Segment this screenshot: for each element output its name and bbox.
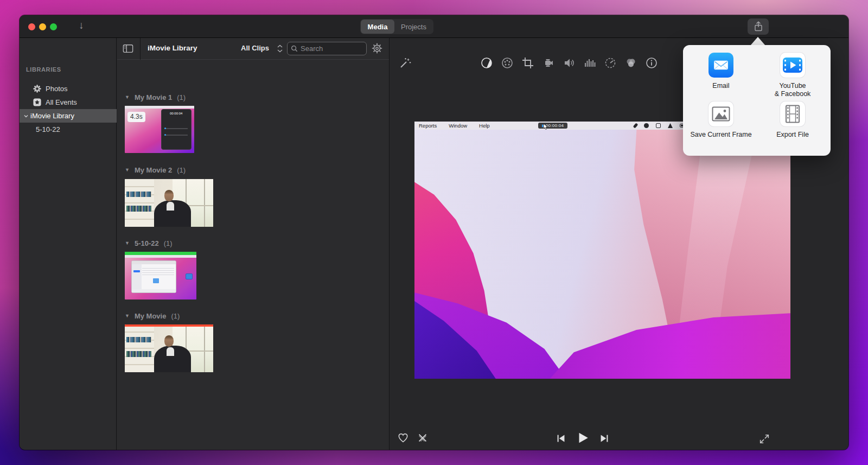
speed-icon[interactable] (604, 56, 617, 69)
noise-equalizer-icon[interactable] (583, 56, 596, 69)
volume-icon[interactable] (563, 56, 576, 69)
youtube-facebook-icon (780, 53, 805, 78)
header-divider (140, 38, 141, 60)
media-clip-list: ▼ My Movie 1 (1) 00:00:04 4.3s ▼ My Mov (117, 60, 389, 450)
fullscreen-icon[interactable] (758, 433, 770, 445)
libraries-sidebar: LIBRARIES Photos Al (20, 38, 117, 450)
clip-filter-icon[interactable] (624, 56, 637, 69)
section-header-5-10-22[interactable]: ▼ 5-10-22 (1) (125, 238, 173, 248)
section-count: (1) (177, 166, 186, 174)
clip-thumbnail-my-movie-1[interactable]: 00:00:04 4.3s (125, 106, 194, 153)
share-item-save-current-frame[interactable]: Save Current Frame (687, 101, 755, 150)
tab-projects[interactable]: Projects (394, 20, 433, 34)
bookshelf (125, 179, 154, 227)
recorded-menu-reports: Reports (419, 123, 437, 129)
clip-thumbnail-5-10-22[interactable] (125, 252, 196, 300)
share-item-email[interactable]: Email (687, 53, 755, 101)
clip-thumbnail-my-movie-2[interactable] (125, 179, 213, 227)
recorded-finder-window (131, 260, 176, 293)
used-clip-stripe (125, 324, 213, 327)
section-name: My Movie 1 (135, 93, 172, 101)
share-item-label: YouTube & Facebook (775, 82, 811, 98)
previous-frame-icon[interactable] (555, 432, 567, 444)
next-frame-icon[interactable] (598, 432, 610, 444)
section-name: My Movie (135, 312, 167, 320)
share-item-youtube-facebook[interactable]: YouTube & Facebook (759, 53, 826, 101)
share-item-export-file[interactable]: Export File (759, 101, 826, 150)
play-icon[interactable] (576, 431, 590, 445)
media-browser-title: iMovie Library (148, 44, 197, 52)
viewer-video-frame[interactable]: Reports Window Help 00:00:04 (414, 122, 790, 379)
stabilization-icon[interactable] (542, 56, 555, 69)
media-browser-header: iMovie Library All Clips (117, 38, 389, 60)
recorded-cursor-icon (543, 123, 548, 130)
photos-pinwheel-icon (33, 84, 42, 93)
share-button[interactable] (748, 18, 769, 35)
disclosure-triangle-icon: ▼ (125, 240, 130, 246)
sidebar-item-label: iMovie Library (30, 112, 74, 120)
color-balance-icon[interactable] (480, 56, 493, 69)
popover-arrow (750, 37, 765, 46)
media-projects-segmented-control: Media Projects (360, 19, 433, 34)
recorded-menu-window: Window (449, 123, 467, 129)
zoom-button[interactable] (50, 23, 57, 30)
section-header-my-movie[interactable]: ▼ My Movie (1) (125, 311, 180, 321)
sidebar-item-5-10-22[interactable]: 5-10-22 (20, 123, 117, 136)
section-count: (1) (164, 239, 173, 247)
media-browser-panel: iMovie Library All Clips (117, 38, 390, 450)
favorite-heart-icon[interactable] (397, 432, 409, 444)
enhance-wand-icon[interactable] (399, 56, 412, 69)
disclosure-triangle-icon: ▼ (125, 313, 130, 319)
sidebar-item-photos[interactable]: Photos (20, 82, 117, 95)
recorded-timer: 00:00:04 (162, 112, 191, 115)
recorded-device-icon (186, 273, 193, 279)
share-popover: Email YouTube & Facebook (683, 45, 831, 156)
recorded-menubar (125, 255, 196, 258)
search-field[interactable] (287, 42, 367, 55)
titlebar: ↓ Media Projects (20, 15, 848, 38)
sidebar-item-label: Photos (46, 85, 67, 93)
export-file-icon (780, 101, 805, 126)
section-header-my-movie-2[interactable]: ▼ My Movie 2 (1) (125, 165, 186, 175)
share-item-label: Save Current Frame (690, 131, 751, 139)
color-palette-icon[interactable] (501, 56, 514, 69)
sidebar-item-all-events[interactable]: All Events (20, 95, 117, 109)
updown-chevrons-icon[interactable] (276, 44, 284, 53)
sidebar-item-imovie-library[interactable]: iMovie Library (20, 109, 117, 123)
section-name: My Movie 2 (135, 166, 172, 174)
section-count: (1) (171, 312, 180, 320)
info-icon[interactable] (645, 56, 658, 69)
search-input[interactable] (301, 44, 363, 53)
chevron-down-icon (23, 113, 29, 119)
recorded-timer-text: 00:00:04 (546, 123, 564, 128)
sidebar-item-label: All Events (46, 98, 77, 106)
recorded-dark-window: 00:00:04 (161, 109, 192, 150)
search-icon (291, 45, 298, 52)
crop-icon[interactable] (521, 56, 534, 69)
recorded-menubar (125, 106, 194, 109)
clip-thumbnail-my-movie[interactable] (125, 324, 213, 372)
tab-media[interactable]: Media (361, 20, 394, 34)
save-frame-icon (709, 101, 733, 126)
section-header-my-movie-1[interactable]: ▼ My Movie 1 (1) (125, 92, 186, 102)
reject-x-icon[interactable] (417, 432, 429, 444)
close-button[interactable] (28, 23, 35, 30)
share-icon (754, 21, 763, 32)
share-item-label: Email (712, 82, 729, 90)
gear-icon[interactable] (371, 42, 383, 54)
import-download-icon[interactable]: ↓ (75, 20, 88, 31)
section-name: 5-10-22 (135, 239, 159, 247)
share-item-label: Export File (776, 131, 809, 139)
minimize-button[interactable] (39, 23, 46, 30)
libraries-header: LIBRARIES (26, 66, 61, 73)
duration-badge: 4.3s (127, 112, 145, 122)
section-count: (1) (177, 93, 186, 101)
adjust-toolbar (480, 56, 658, 69)
star-icon (33, 98, 42, 107)
clip-filter-dropdown[interactable]: All Clips (241, 44, 269, 52)
disclosure-triangle-icon: ▼ (125, 167, 130, 173)
sidebar-item-label: 5-10-22 (36, 125, 60, 133)
sidebar-toggle-icon[interactable] (123, 43, 133, 54)
bookshelf (125, 324, 154, 372)
disclosure-triangle-icon: ▼ (125, 94, 130, 100)
